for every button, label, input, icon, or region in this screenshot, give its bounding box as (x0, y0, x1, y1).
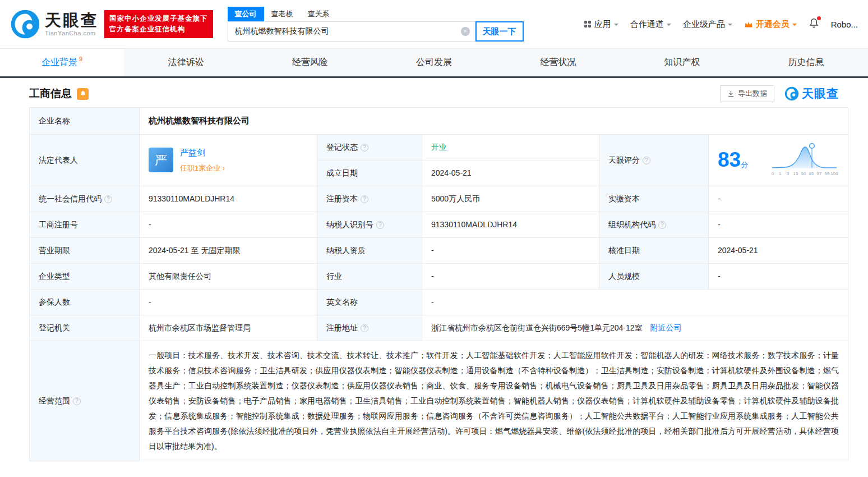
help-icon[interactable] (376, 221, 384, 229)
search-block: 查公司 查老板 查关系 天眼一下 (228, 7, 524, 42)
tab-label: 企业背景 (41, 57, 77, 68)
field-value-credit-code: 91330110MADLDJHR14 (140, 186, 317, 212)
tab-intellectual-property[interactable]: 知识产权 (620, 49, 744, 76)
help-icon[interactable] (361, 144, 368, 152)
field-label-establish-date: 成立日期 (317, 160, 422, 186)
field-value-establish-date: 2024-05-21 (422, 160, 599, 186)
search-tab-company[interactable]: 查公司 (228, 7, 264, 21)
tab-company-development[interactable]: 公司发展 (372, 49, 496, 76)
table-row: 法定代表人 严 严益剑 任职1家企业 登记状态 开业 天眼评分 83 分 (30, 134, 848, 160)
field-value-industry: - (422, 263, 599, 289)
chevron-down-icon (792, 24, 797, 28)
field-value-insured-count: - (140, 289, 317, 315)
table-row: 营业期限 2024-05-21 至 无固定期限 纳税人资质 - 核准日期 202… (30, 237, 848, 263)
field-label-english-name: 英文名称 (317, 289, 422, 315)
tab-operation-status[interactable]: 经营状况 (496, 49, 620, 76)
nav-item-apps[interactable]: 应用 (584, 19, 618, 30)
field-label-credit-code: 统一社会信用代码 (30, 186, 140, 212)
help-icon[interactable] (643, 157, 650, 164)
field-value-paid-capital: - (709, 186, 848, 212)
field-label-insured-count: 参保人数 (30, 289, 140, 315)
business-info-header: 工商信息 导出数据 天眼查 (29, 85, 839, 102)
svg-text:1: 1 (779, 171, 782, 176)
company-name-text: 杭州杭燃数智科技有限公司 (149, 116, 250, 125)
chevron-down-icon (614, 24, 618, 28)
brand-domain: TianYanCha.com (45, 30, 99, 36)
field-label-legal-rep: 法定代表人 (30, 134, 140, 186)
help-icon[interactable] (361, 195, 368, 203)
legal-rep-positions-link[interactable]: 任职1家企业 (180, 163, 225, 174)
svg-text:97: 97 (817, 171, 822, 176)
field-label-staff-size: 人员规模 (599, 263, 709, 289)
field-label-company-type: 企业类型 (30, 263, 140, 289)
tab-label: 经营状况 (540, 57, 576, 68)
field-label-approval-date: 核准日期 (599, 237, 709, 263)
table-row: 企业类型 其他有限责任公司 行业 - 人员规模 - (30, 263, 848, 289)
field-value-business-term: 2024-05-21 至 无固定期限 (140, 237, 317, 263)
chevron-down-icon (728, 24, 732, 28)
field-value-reg-capital: 5000万人民币 (422, 186, 599, 212)
export-data-button[interactable]: 导出数据 (720, 85, 774, 102)
reg-address-text: 浙江省杭州市余杭区仓前街道仓兴街669号5幢1单元204-12室 (431, 323, 643, 332)
notification-dot (817, 16, 821, 20)
legal-rep-avatar[interactable]: 严 (149, 148, 173, 172)
table-row: 工商注册号 - 纳税人识别号 91330110MADLDJHR14 组织机构代码… (30, 212, 848, 237)
help-icon[interactable] (658, 221, 666, 229)
table-row: 登记机关 杭州市余杭区市场监督管理局 注册地址 浙江省杭州市余杭区仓前街道仓兴街… (30, 315, 848, 341)
tab-label: 法律诉讼 (168, 57, 204, 68)
tab-legal-proceedings[interactable]: 法律诉讼 (124, 49, 248, 76)
company-section-tabs: 企业背景 9 法律诉讼 经营风险 公司发展 经营状况 知识产权 历史信息 (0, 48, 868, 76)
top-header: 天眼查 TianYanCha.com 国家中小企业发展子基金旗下 官方备案企业征… (0, 0, 868, 48)
bell-icon (80, 90, 86, 97)
nav-item-partner[interactable]: 合作通道 (630, 19, 671, 30)
export-label: 导出数据 (738, 89, 767, 99)
svg-text:50: 50 (801, 171, 806, 176)
nav-item-enterprise[interactable]: 企业级产品 (683, 19, 732, 30)
tab-operation-risk[interactable]: 经营风险 (248, 49, 372, 76)
field-value-score: 83 分 0 1 3 (709, 134, 848, 186)
business-info-table: 企业名称 杭州杭燃数智科技有限公司 法定代表人 严 严益剑 任职1家企业 登记状… (29, 107, 848, 461)
tianyancha-logo[interactable]: 天眼查 TianYanCha.com (10, 9, 99, 39)
field-label-company-name: 企业名称 (30, 108, 140, 135)
field-value-taxpayer-quality: - (422, 237, 599, 263)
help-icon[interactable] (361, 324, 368, 332)
field-label-taxpayer-quality: 纳税人资质 (317, 237, 422, 263)
field-label-reg-capital: 注册资本 (317, 186, 422, 212)
gov-certification-badge: 国家中小企业发展子基金旗下 官方备案企业征信机构 (104, 10, 213, 39)
tab-company-background[interactable]: 企业背景 9 (0, 49, 124, 76)
gov-badge-line2: 官方备案企业征信机构 (109, 24, 208, 35)
svg-text:85: 85 (809, 171, 814, 176)
brand-name: 天眼查 (45, 12, 99, 30)
nearby-companies-link[interactable]: 附近公司 (650, 323, 681, 332)
search-tab-boss[interactable]: 查老板 (264, 7, 301, 21)
score-chart: 0 1 3 15 50 85 97 99 100 (770, 142, 839, 178)
field-value-reg-status: 开业 (422, 134, 599, 160)
help-icon[interactable] (104, 195, 112, 203)
tab-history-info[interactable]: 历史信息 (744, 49, 868, 76)
top-nav: 应用 合作通道 企业级产品 开通会员 Robo... (584, 18, 858, 30)
notification-bell[interactable] (809, 18, 819, 30)
table-row: 参保人数 - 英文名称 - (30, 289, 848, 315)
tab-label: 知识产权 (664, 57, 700, 68)
tab-label: 经营风险 (292, 57, 328, 68)
apps-grid-icon (584, 20, 592, 28)
monitor-bell-icon[interactable] (77, 88, 89, 100)
search-button[interactable]: 天眼一下 (475, 21, 524, 42)
svg-text:0: 0 (772, 171, 774, 176)
score-unit: 分 (741, 159, 748, 171)
legal-rep-name-link[interactable]: 严益剑 (180, 146, 225, 159)
search-input[interactable] (228, 21, 475, 42)
score-number: 83 (718, 149, 741, 170)
field-value-approval-date: 2024-05-21 (709, 237, 848, 263)
table-row: 企业名称 杭州杭燃数智科技有限公司 (30, 108, 848, 135)
nav-item-vip[interactable]: 开通会员 (744, 19, 797, 30)
field-value-legal-rep: 严 严益剑 任职1家企业 (140, 134, 317, 186)
clear-search-icon[interactable] (461, 27, 470, 36)
user-menu[interactable]: Robo... (831, 20, 858, 29)
field-label-business-term: 营业期限 (30, 237, 140, 263)
help-icon[interactable] (73, 397, 81, 405)
tab-label: 公司发展 (416, 57, 452, 68)
field-label-reg-number: 工商注册号 (30, 212, 140, 237)
field-label-taxpayer-id: 纳税人识别号 (317, 212, 422, 237)
search-tab-relation[interactable]: 查关系 (301, 7, 337, 21)
